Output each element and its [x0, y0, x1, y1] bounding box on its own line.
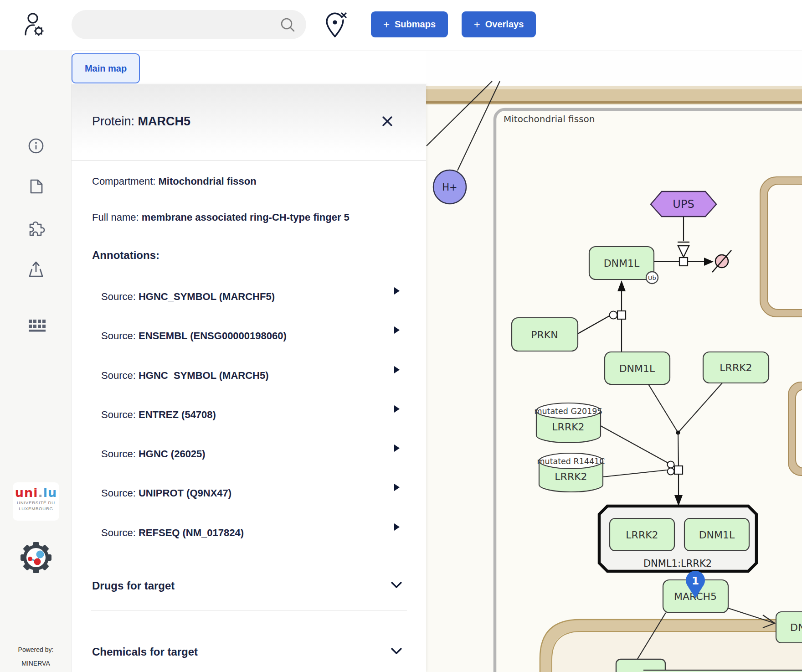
- clear-pin-icon[interactable]: [323, 11, 348, 39]
- node-partial-dn[interactable]: DN: [776, 612, 802, 643]
- expand-chevron-icon[interactable]: [394, 287, 400, 295]
- node-ups[interactable]: UPS: [651, 191, 716, 217]
- export-icon[interactable]: [23, 260, 49, 278]
- svg-text:DNM1L: DNM1L: [604, 258, 640, 269]
- annotations-heading: Annotations:: [92, 249, 159, 262]
- source-row[interactable]: Source: HGNC_SYMBOL (MARCHF5): [101, 291, 275, 303]
- protein-info-panel: Protein: MARCH5 Compartment: Mitochondri…: [72, 84, 426, 672]
- source-row[interactable]: Source: HGNC_SYMBOL (MARCH5): [101, 370, 269, 382]
- chevron-down-icon[interactable]: [391, 647, 402, 655]
- reaction-square-association[interactable]: [674, 466, 683, 474]
- map-top-space: [426, 51, 802, 87]
- expand-chevron-icon[interactable]: [394, 405, 400, 413]
- expand-chevron-icon[interactable]: [394, 484, 400, 491]
- chemicals-for-target-section[interactable]: Chemicals for target: [92, 646, 198, 658]
- node-lrrk2-mutated-g2019s[interactable]: mutated G2019S LRRK2: [534, 403, 602, 443]
- reaction-square-prkn[interactable]: [617, 311, 626, 319]
- svg-text:DNM1L: DNM1L: [619, 363, 655, 374]
- chevron-down-icon[interactable]: [391, 581, 402, 589]
- fullname-row: Full name: membrane associated ring-CH-t…: [92, 212, 350, 223]
- svg-text:H+: H+: [442, 182, 457, 193]
- node-lrrk2[interactable]: LRRK2: [703, 352, 769, 383]
- user-settings-icon[interactable]: [23, 11, 45, 37]
- compartment-mitochondrial-fisson[interactable]: [495, 109, 802, 672]
- search-icon[interactable]: [279, 16, 297, 34]
- svg-text:DN: DN: [790, 622, 802, 633]
- organelle-membrane-right-upper: [760, 177, 802, 317]
- source-row[interactable]: Source: UNIPROT (Q9NX47): [101, 487, 231, 499]
- expand-chevron-icon[interactable]: [394, 366, 400, 373]
- pathway-map-svg: Mitochondrial fisson: [426, 51, 802, 672]
- node-lrrk2-mutated-r1441c[interactable]: mutated R1441C LRRK2: [537, 453, 605, 492]
- legend-icon[interactable]: [23, 318, 49, 332]
- drugs-for-target-section[interactable]: Drugs for target: [92, 579, 175, 592]
- compartment-row: Compartment: Mitochondrial fisson: [92, 176, 257, 187]
- complex-label: DNML1:LRRK2: [643, 558, 712, 569]
- reaction-square-degradation[interactable]: [679, 258, 688, 266]
- unilu-subtitle-1: UNIVERSITÉ DU: [13, 500, 59, 506]
- node-complex-dnml1-lrrk2[interactable]: LRRK2 DNM1L DNML1:LRRK2: [599, 506, 756, 571]
- source-row[interactable]: Source: ENSEMBL (ENSG00000198060): [101, 330, 287, 342]
- add-overlays-button[interactable]: +Overlays: [462, 11, 536, 37]
- info-icon[interactable]: [23, 138, 49, 154]
- node-prkn[interactable]: PRKN: [512, 318, 578, 351]
- svg-text:LRRK2: LRRK2: [555, 471, 587, 482]
- expand-chevron-icon[interactable]: [394, 326, 400, 334]
- expand-chevron-icon[interactable]: [394, 445, 400, 452]
- node-dnm1l-2[interactable]: DNM1L: [605, 352, 670, 384]
- protein-name: MARCH5: [138, 114, 191, 128]
- node-partial-bottom-right: [643, 670, 802, 672]
- platform-name: MINERVA: [0, 660, 72, 667]
- svg-text:mutated R1441C: mutated R1441C: [537, 457, 605, 466]
- close-icon[interactable]: [380, 114, 394, 128]
- unilu-logo-blue: lu: [43, 486, 57, 500]
- source-row[interactable]: Source: ENTREZ (54708): [101, 409, 216, 421]
- powered-by-text: Powered by:: [0, 646, 72, 653]
- svg-text:PRKN: PRKN: [531, 329, 558, 341]
- plus-icon: +: [474, 19, 480, 30]
- plugins-puzzle-icon[interactable]: [23, 220, 49, 236]
- panel-title: Protein: MARCH5: [92, 114, 190, 129]
- search-input[interactable]: [72, 10, 306, 39]
- compartment-label: Mitochondrial fisson: [504, 114, 595, 124]
- plus-icon: +: [383, 19, 390, 30]
- catalysis-circle-2: [668, 468, 674, 475]
- section-divider: [91, 610, 407, 610]
- svg-text:LRRK2: LRRK2: [552, 421, 584, 433]
- node-dnm1l-1[interactable]: DNM1L Ub: [589, 247, 658, 284]
- membrane-top: [426, 86, 802, 104]
- compartment-value: Mitochondrial fisson: [159, 176, 257, 187]
- add-submaps-button[interactable]: +Submaps: [371, 11, 448, 37]
- left-sidebar: uni.lu UNIVERSITÉ DU LUXEMBOURG Powered …: [0, 51, 72, 672]
- source-row[interactable]: Source: HGNC (26025): [101, 448, 206, 460]
- svg-text:1: 1: [692, 575, 699, 587]
- svg-text:DNM1L: DNM1L: [699, 529, 735, 541]
- catalysis-circle-prkn: [610, 311, 617, 319]
- svg-text:LRRK2: LRRK2: [720, 362, 752, 373]
- edge-junction-down: [678, 433, 679, 466]
- unilu-logo-red: uni: [15, 486, 38, 500]
- unilu-subtitle-2: LUXEMBOURG: [13, 506, 59, 512]
- unilu-logo-dot: .: [38, 486, 43, 500]
- source-row[interactable]: Source: REFSEQ (NM_017824): [101, 527, 244, 539]
- svg-text:UPS: UPS: [673, 198, 694, 211]
- ub-badge-label: Ub: [648, 274, 656, 281]
- organelle-membrane-right-lower: [788, 382, 802, 476]
- node-h-plus[interactable]: H+: [433, 170, 466, 204]
- pathway-map-canvas[interactable]: Mitochondrial fisson: [426, 51, 802, 672]
- top-toolbar: +Submaps +Overlays: [0, 0, 802, 51]
- document-icon[interactable]: [23, 179, 49, 194]
- minerva-app: Mitochondrial fisson: [0, 0, 802, 672]
- tab-main-map[interactable]: Main map: [72, 53, 140, 83]
- minerva-logo[interactable]: [20, 542, 52, 574]
- catalysis-circle-1: [668, 461, 674, 468]
- svg-text:mutated G2019S: mutated G2019S: [534, 407, 602, 416]
- expand-chevron-icon[interactable]: [394, 523, 400, 531]
- unilu-logo[interactable]: uni.lu UNIVERSITÉ DU LUXEMBOURG: [13, 482, 59, 521]
- svg-text:LRRK2: LRRK2: [626, 529, 658, 541]
- header-divider: [72, 160, 426, 161]
- fullname-value: membrane associated ring-CH-type finger …: [142, 212, 350, 223]
